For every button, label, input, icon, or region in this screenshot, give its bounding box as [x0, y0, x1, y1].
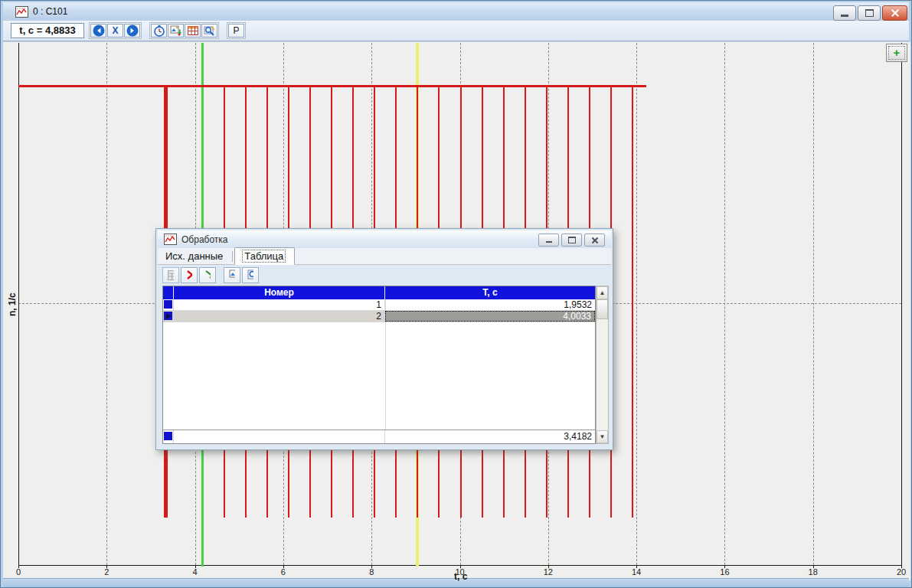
p-button[interactable]: P	[228, 24, 244, 38]
dialog-title: Обработка	[181, 234, 228, 245]
arrow-right-circle-icon	[126, 24, 139, 37]
x-tick-label: 12	[544, 567, 553, 577]
delete-x-icon	[186, 270, 192, 280]
chart-export-icon	[170, 24, 182, 37]
x-tick-label: 4	[193, 567, 198, 577]
x-tick-label: 16	[720, 567, 729, 577]
x-tick-label: 0	[16, 567, 21, 577]
cell-t-selected[interactable]: 4,0033	[385, 311, 595, 322]
cell-t[interactable]: 1,9532	[385, 299, 595, 310]
column-header-number[interactable]: Номер	[174, 286, 385, 299]
delete-cursor-button[interactable]: X	[107, 24, 123, 38]
main-toolbar: t, c = 4,8833 X P	[3, 21, 909, 41]
grid-disabled-button[interactable]	[162, 267, 179, 283]
window-titlebar[interactable]: 0 : C101	[3, 2, 909, 21]
app-window: 0 : C101 t, c = 4,8833 X	[0, 0, 912, 588]
x-tick-label: 20	[897, 567, 906, 577]
arrow-left-circle-icon	[93, 24, 105, 37]
table-scrollbar[interactable]: ▲ ▼	[596, 286, 609, 444]
close-button[interactable]	[882, 5, 907, 21]
maximize-icon	[568, 237, 576, 243]
grid-disabled-icon	[168, 270, 174, 280]
magnifier-pencil-icon	[204, 24, 216, 37]
x-tick-label: 10	[455, 567, 464, 577]
broom-icon	[204, 270, 211, 281]
scroll-up-button[interactable]: ▲	[597, 286, 608, 299]
tools-group	[149, 22, 219, 39]
cell-number[interactable]: 2	[174, 311, 385, 322]
table-icon	[187, 24, 199, 37]
footer-t-cell: 3,4182	[385, 430, 595, 443]
tab-source-data[interactable]: Исх. данные	[158, 248, 232, 264]
minimize-button[interactable]	[833, 5, 856, 21]
minimize-icon	[841, 15, 848, 17]
zoom-reset-button[interactable]: +	[886, 44, 907, 62]
minimize-icon	[546, 241, 552, 243]
x-tick-label: 8	[369, 567, 374, 577]
scroll-up-icon: ▲	[600, 289, 606, 296]
results-table[interactable]: Номер T, с 1 1,9532 2 4,0033 3,4182	[162, 286, 596, 444]
table-button[interactable]	[185, 24, 201, 38]
table-row[interactable]: 1 1,9532	[163, 299, 595, 311]
x-tick-label: 2	[104, 567, 109, 577]
tab-separator	[232, 251, 233, 262]
chart-export-icon	[229, 269, 235, 281]
x-gridline	[724, 43, 725, 565]
dialog-toolbar	[162, 266, 259, 284]
close-icon	[592, 237, 598, 243]
chart-zoom-icon	[247, 269, 253, 281]
dialog-minimize-button[interactable]	[538, 234, 559, 247]
clear-table-button[interactable]	[199, 267, 216, 283]
footer-number-cell	[174, 430, 385, 443]
signal-spike	[632, 86, 633, 518]
table-row-selected[interactable]: 2 4,0033	[163, 311, 595, 322]
next-cursor-button[interactable]	[124, 24, 140, 38]
row-marker	[163, 299, 174, 310]
table-header-row: Номер T, с	[163, 286, 595, 299]
green-plus-icon: +	[894, 47, 901, 58]
scrollbar-thumb[interactable]	[597, 299, 608, 319]
chart-export-button[interactable]	[168, 24, 184, 38]
restore-button[interactable]	[858, 5, 881, 21]
stopwatch-button[interactable]	[151, 24, 167, 38]
x-tick-label: 14	[632, 567, 641, 577]
zoom-chart-button[interactable]	[242, 267, 259, 283]
delete-row-button[interactable]	[181, 267, 198, 283]
cursor-nav-group: X	[89, 22, 142, 39]
export-chart-button[interactable]	[224, 267, 240, 283]
processing-dialog[interactable]: Обработка Исх. данные Таблица	[155, 228, 613, 450]
y-axis-label: n, 1/c	[7, 292, 18, 316]
restore-icon	[865, 9, 874, 17]
table-footer-row: 3,4182	[163, 430, 595, 443]
x-gridline	[106, 43, 107, 565]
x-gridline	[636, 43, 637, 565]
current-row-arrow-icon	[166, 313, 171, 319]
x-tick-label: 18	[809, 567, 818, 577]
close-icon	[891, 9, 899, 17]
x-gridline	[813, 43, 814, 565]
scroll-down-button[interactable]: ▼	[597, 430, 608, 443]
footer-marker	[163, 430, 174, 443]
app-chart-icon	[15, 6, 28, 18]
dialog-maximize-button[interactable]	[561, 234, 582, 247]
prev-cursor-button[interactable]	[90, 24, 106, 38]
dialog-titlebar[interactable]: Обработка	[158, 230, 611, 248]
p-group: P	[227, 22, 246, 39]
plot-left-axis	[18, 43, 19, 565]
column-header-t[interactable]: T, с	[385, 286, 595, 299]
stopwatch-icon	[153, 24, 165, 37]
window-title: 0 : C101	[33, 6, 67, 17]
header-marker-cell	[163, 286, 174, 299]
time-readout-field[interactable]: t, c = 4,8833	[11, 23, 84, 38]
x-tick-label: 6	[281, 567, 286, 577]
dialog-chart-icon	[164, 234, 177, 245]
tab-table[interactable]: Таблица	[234, 247, 295, 265]
chart-zoom-button[interactable]	[201, 24, 217, 38]
dialog-close-button[interactable]	[584, 234, 605, 247]
dialog-tabs: Исх. данные Таблица	[158, 248, 611, 265]
cell-number[interactable]: 1	[174, 299, 385, 310]
row-marker-current	[163, 311, 174, 322]
scroll-down-icon: ▼	[600, 433, 606, 440]
plot-right-border	[901, 43, 902, 565]
